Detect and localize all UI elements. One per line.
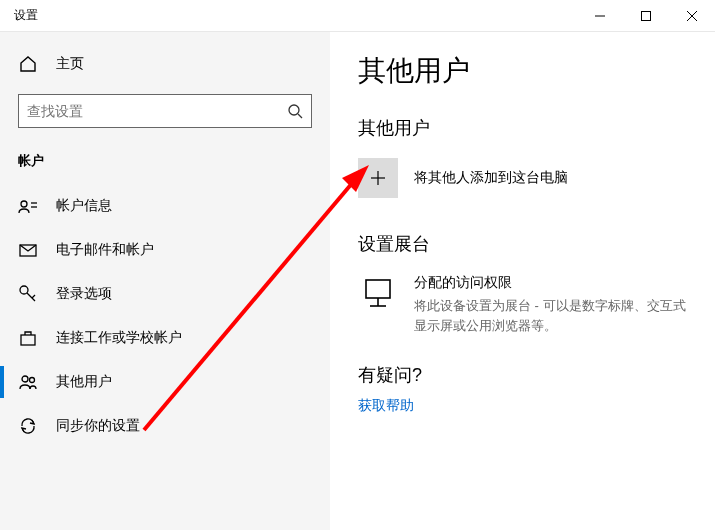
minimize-button[interactable] (577, 0, 623, 32)
nav-home[interactable]: 主页 (0, 44, 330, 84)
svg-rect-18 (366, 280, 390, 298)
svg-rect-1 (642, 11, 651, 20)
sidebar-item-label: 同步你的设置 (56, 417, 140, 435)
home-icon (18, 54, 38, 74)
sidebar-item-account-info[interactable]: 帐户信息 (0, 184, 330, 228)
key-icon (18, 284, 38, 304)
svg-point-6 (21, 201, 27, 207)
person-card-icon (18, 196, 38, 216)
titlebar: 设置 (0, 0, 715, 32)
svg-point-4 (289, 105, 299, 115)
help-title: 有疑问? (358, 363, 687, 387)
search-icon (287, 103, 303, 119)
help-link[interactable]: 获取帮助 (358, 397, 687, 415)
add-user-label: 将其他人添加到这台电脑 (414, 169, 568, 187)
add-user-button[interactable] (358, 158, 398, 198)
svg-rect-13 (21, 335, 35, 345)
search-box[interactable] (18, 94, 312, 128)
close-icon (687, 11, 697, 21)
briefcase-icon (18, 328, 38, 348)
svg-point-10 (20, 286, 28, 294)
sidebar-item-label: 电子邮件和帐户 (56, 241, 154, 259)
section-other-users: 其他用户 (358, 116, 687, 140)
sidebar-item-work-school[interactable]: 连接工作或学校帐户 (0, 316, 330, 360)
search-input[interactable] (27, 103, 287, 119)
maximize-icon (641, 11, 651, 21)
page-title: 其他用户 (358, 52, 687, 90)
sidebar-item-label: 其他用户 (56, 373, 112, 391)
maximize-button[interactable] (623, 0, 669, 32)
sidebar-section-header: 帐户 (0, 146, 330, 184)
sidebar-item-label: 连接工作或学校帐户 (56, 329, 182, 347)
kiosk-description: 将此设备设置为展台 - 可以是数字标牌、交互式显示屏或公用浏览器等。 (414, 296, 687, 335)
sidebar-item-label: 帐户信息 (56, 197, 112, 215)
kiosk-title: 分配的访问权限 (414, 274, 687, 292)
mail-icon (18, 240, 38, 260)
close-button[interactable] (669, 0, 715, 32)
main-content: 其他用户 其他用户 将其他人添加到这台电脑 设置展台 分配的访问权限 将此设备设… (330, 32, 715, 530)
add-user-row[interactable]: 将其他人添加到这台电脑 (358, 158, 687, 198)
minimize-icon (595, 11, 605, 21)
sidebar-item-email[interactable]: 电子邮件和帐户 (0, 228, 330, 272)
people-icon (18, 372, 38, 392)
svg-line-5 (298, 114, 302, 118)
sidebar-item-signin[interactable]: 登录选项 (0, 272, 330, 316)
window-title: 设置 (0, 7, 38, 24)
svg-point-15 (30, 378, 35, 383)
sidebar: 主页 帐户 帐户信息 电子邮件和帐户 (0, 32, 330, 530)
plus-icon (370, 170, 386, 186)
kiosk-row[interactable]: 分配的访问权限 将此设备设置为展台 - 可以是数字标牌、交互式显示屏或公用浏览器… (358, 274, 687, 335)
sidebar-item-sync[interactable]: 同步你的设置 (0, 404, 330, 448)
svg-point-14 (22, 376, 28, 382)
section-kiosk: 设置展台 (358, 232, 687, 256)
nav-home-label: 主页 (56, 55, 84, 73)
sidebar-item-other-users[interactable]: 其他用户 (0, 360, 330, 404)
kiosk-icon (358, 274, 398, 314)
svg-line-12 (32, 295, 35, 298)
sync-icon (18, 416, 38, 436)
sidebar-item-label: 登录选项 (56, 285, 112, 303)
